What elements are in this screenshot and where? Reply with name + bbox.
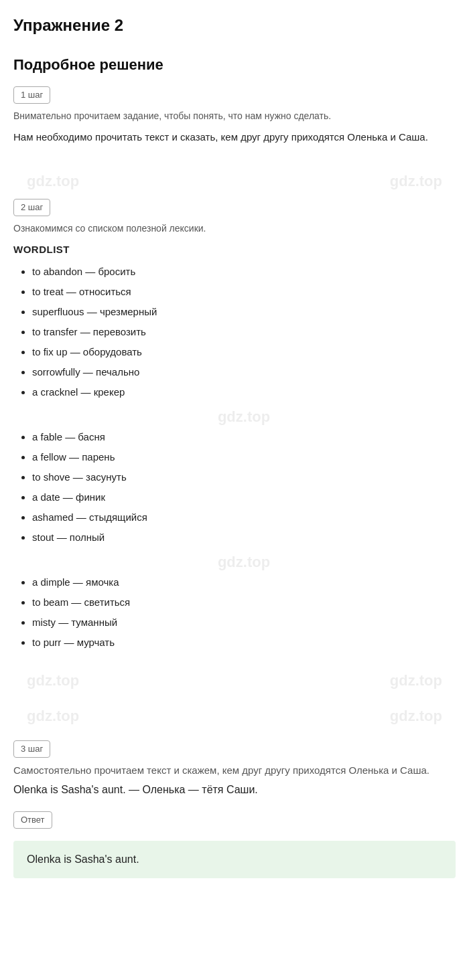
wordlist-item: sorrowfully — печально — [32, 364, 456, 380]
step-1-body: Нам необходимо прочитать текст и сказать… — [13, 130, 456, 145]
step-1-badge: 1 шаг — [13, 86, 50, 104]
step-3-description: Самостоятельно прочитаем текст и скажем,… — [13, 763, 456, 779]
wordlist-title: WORDLIST — [13, 242, 456, 258]
wordlist-item: stout — полный — [32, 529, 456, 546]
watermark-row-3: gdz.top gdz.top — [13, 698, 456, 734]
step-2-badge: 2 шаг — [13, 199, 50, 216]
watermark-2a: gdz.top — [27, 669, 79, 691]
watermark-3a: gdz.top — [27, 705, 79, 727]
step-1-description: Внимательно прочитаем задание, чтобы пон… — [13, 109, 456, 123]
answer-badge: Ответ — [13, 811, 52, 829]
wordlist-item: a fellow — парень — [32, 449, 456, 465]
watermark-inline: gdz.top — [32, 404, 456, 429]
wordlist-item: to beam — светиться — [32, 594, 456, 610]
wordlist-item: to abandon — бросить — [32, 264, 456, 280]
watermark-2b: gdz.top — [390, 669, 442, 691]
watermark-3b: gdz.top — [390, 705, 442, 727]
wordlist: to abandon — броситьto treat — относитьс… — [13, 264, 456, 651]
wordlist-item: to shove — засунуть — [32, 469, 456, 485]
wordlist-item: to treat — относиться — [32, 284, 456, 300]
wordlist-item: to fix up — оборудовать — [32, 344, 456, 360]
answer-box: Olenka is Sasha's aunt. — [13, 841, 456, 878]
wordlist-item: a cracknel — крекер — [32, 384, 456, 400]
section-title: Подробное решение — [13, 54, 456, 76]
page-title: Упражнение 2 — [13, 13, 456, 37]
wordlist-item: to transfer — перевозить — [32, 324, 456, 340]
watermark-row-1: gdz.top gdz.top — [13, 163, 456, 199]
wordlist-item: ashamed — стыдящийся — [32, 509, 456, 525]
step-2-description: Ознакомимся со списком полезной лексики. — [13, 222, 456, 236]
wordlist-item: a dimple — ямочка — [32, 574, 456, 590]
wordlist-item: to purr — мурчать — [32, 635, 456, 651]
watermark-row-2: gdz.top gdz.top — [13, 663, 456, 698]
step-3-badge: 3 шаг — [13, 740, 50, 758]
step-3-answer-line: Olenka is Sasha's aunt. — Оленька — тётя… — [13, 782, 456, 798]
wordlist-item: superfluous — чрезмерный — [32, 304, 456, 320]
step-3-block: 3 шаг Самостоятельно прочитаем текст и с… — [13, 740, 456, 878]
wordlist-item: a fable — басня — [32, 429, 456, 445]
wordlist-item: a date — финик — [32, 489, 456, 505]
step-1-block: 1 шаг Внимательно прочитаем задание, что… — [13, 86, 456, 145]
watermark-1a: gdz.top — [27, 170, 79, 192]
watermark-1b: gdz.top — [390, 170, 442, 192]
watermark-inline: gdz.top — [32, 550, 456, 574]
wordlist-item: misty — туманный — [32, 615, 456, 631]
step-2-block: 2 шаг Ознакомимся со списком полезной ле… — [13, 199, 456, 651]
